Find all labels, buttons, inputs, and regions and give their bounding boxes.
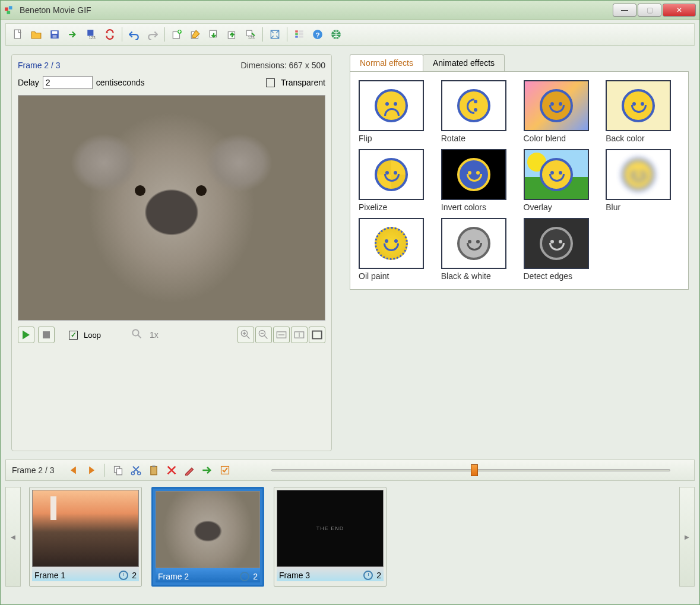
- effects-tabs: Normal effects Animated effects: [350, 54, 689, 71]
- delay-input[interactable]: [43, 76, 93, 89]
- svg-rect-37: [150, 467, 156, 475]
- delete-button[interactable]: [164, 463, 179, 477]
- effect-overlay[interactable]: Overlay: [524, 149, 598, 212]
- effect-oil-paint[interactable]: Oil paint: [359, 218, 433, 281]
- edit-frame-button[interactable]: [187, 26, 204, 43]
- svg-rect-17: [295, 30, 298, 32]
- svg-rect-38: [152, 465, 155, 467]
- copy-button[interactable]: [111, 463, 125, 477]
- svg-rect-0: [5, 7, 8, 11]
- main-toolbar: 123 123 ?: [5, 23, 695, 46]
- frame-item-3[interactable]: THE END Frame 32: [274, 487, 387, 587]
- scroll-left-button[interactable]: ◄: [5, 487, 21, 587]
- prev-frame-button[interactable]: [66, 463, 81, 477]
- svg-rect-5: [52, 31, 58, 34]
- cut-button[interactable]: [129, 463, 143, 477]
- next-frame-button[interactable]: [84, 463, 99, 477]
- insert-button[interactable]: [65, 26, 81, 43]
- effect-back-color[interactable]: Back color: [606, 80, 680, 143]
- magnifier-icon: [132, 329, 142, 341]
- preview-panel: Frame 2 / 3 Dimensions: 667 x 500 Delay …: [11, 54, 332, 451]
- effects-panel: Normal effects Animated effects Flip Rot…: [350, 54, 689, 451]
- web-button[interactable]: [328, 26, 344, 43]
- tab-animated-effects[interactable]: Animated effects: [423, 54, 505, 71]
- minimize-button[interactable]: —: [613, 4, 636, 17]
- edit-pencil-button[interactable]: [182, 463, 197, 477]
- effect-color-blend[interactable]: Color blend: [524, 80, 598, 143]
- fit-height-button[interactable]: [291, 327, 308, 343]
- fit-button[interactable]: [267, 26, 283, 43]
- clock-icon: [363, 571, 373, 580]
- fullscreen-button[interactable]: [309, 327, 325, 343]
- dimensions-label: Dimensions: 667 x 500: [241, 61, 325, 70]
- clock-icon: [119, 571, 128, 580]
- svg-text:123: 123: [89, 36, 96, 40]
- delay-label: Delay: [18, 78, 39, 87]
- stop-button[interactable]: [38, 327, 55, 343]
- effect-black-white[interactable]: Black & white: [441, 218, 515, 281]
- app-window: Beneton Movie GIF — ▢ ✕ 123 123 ?: [0, 0, 700, 605]
- new-button[interactable]: [9, 26, 26, 43]
- svg-rect-22: [299, 36, 303, 37]
- save-frames-button[interactable]: 123: [83, 26, 100, 43]
- effect-flip[interactable]: Flip: [359, 80, 433, 143]
- svg-rect-18: [295, 33, 298, 35]
- effect-rotate[interactable]: Rotate: [441, 80, 515, 143]
- frame-item-2[interactable]: Frame 22: [151, 487, 264, 587]
- scroll-right-button[interactable]: ►: [679, 487, 695, 587]
- delay-unit: centiseconds: [96, 78, 145, 87]
- svg-rect-34: [116, 468, 122, 474]
- effect-pixelize[interactable]: Pixelize: [359, 149, 433, 212]
- svg-rect-3: [14, 30, 20, 39]
- maximize-button[interactable]: ▢: [638, 4, 661, 17]
- effects-grid: Flip Rotate Color blend Back color Pixel…: [350, 71, 689, 290]
- add-frame-button[interactable]: [169, 26, 185, 43]
- export-frame-button[interactable]: [205, 26, 222, 43]
- svg-rect-6: [53, 35, 57, 38]
- paste-button[interactable]: [147, 463, 161, 477]
- select-all-button[interactable]: [218, 463, 232, 477]
- svg-rect-7: [87, 30, 93, 36]
- effect-blur[interactable]: Blur: [606, 149, 680, 212]
- clock-icon: [240, 572, 249, 581]
- renumber-button[interactable]: 123: [242, 26, 259, 43]
- frame-thumbnail: [32, 490, 139, 567]
- titlebar: Beneton Movie GIF — ▢ ✕: [1, 1, 699, 20]
- svg-rect-2: [7, 11, 11, 14]
- help-button[interactable]: ?: [309, 26, 326, 43]
- slider-thumb[interactable]: [471, 464, 478, 476]
- svg-text:123: 123: [248, 36, 255, 40]
- properties-button[interactable]: [291, 26, 308, 43]
- fit-width-button[interactable]: [273, 327, 290, 343]
- zoom-out-button[interactable]: [255, 327, 272, 343]
- play-button[interactable]: [18, 327, 34, 343]
- timeline-toolbar: Frame 2 / 3: [5, 460, 695, 481]
- frames-strip: ◄ Frame 12 Frame 22 THE END Frame 32 ►: [1, 481, 699, 604]
- transparent-checkbox[interactable]: [266, 78, 275, 87]
- undo-button[interactable]: [126, 26, 142, 43]
- close-button[interactable]: ✕: [663, 4, 696, 17]
- zoom-slider[interactable]: [271, 469, 670, 471]
- effect-invert-colors[interactable]: Invert colors: [441, 149, 515, 212]
- timeline-frame-label: Frame 2 / 3: [12, 465, 55, 475]
- frame-item-1[interactable]: Frame 12: [29, 487, 142, 587]
- loop-button[interactable]: [102, 26, 118, 43]
- open-button[interactable]: [28, 26, 45, 43]
- zoom-level: 1x: [150, 330, 159, 340]
- effect-detect-edges[interactable]: Detect edges: [524, 218, 598, 281]
- preview-image: [18, 95, 325, 321]
- svg-rect-19: [295, 36, 298, 37]
- svg-rect-32: [312, 331, 321, 339]
- loop-checkbox[interactable]: [69, 331, 78, 340]
- move-button[interactable]: [200, 463, 214, 477]
- frame-thumbnail: THE END: [277, 490, 384, 567]
- zoom-in-button[interactable]: [237, 327, 254, 343]
- import-frame-button[interactable]: [224, 26, 240, 43]
- svg-rect-1: [9, 6, 12, 9]
- save-button[interactable]: [46, 26, 63, 43]
- frame-thumbnail: [156, 491, 260, 568]
- tab-normal-effects[interactable]: Normal effects: [350, 54, 423, 71]
- frame-counter: Frame 2 / 3: [18, 61, 61, 70]
- transparent-label: Transparent: [281, 78, 325, 87]
- redo-button[interactable]: [144, 26, 161, 43]
